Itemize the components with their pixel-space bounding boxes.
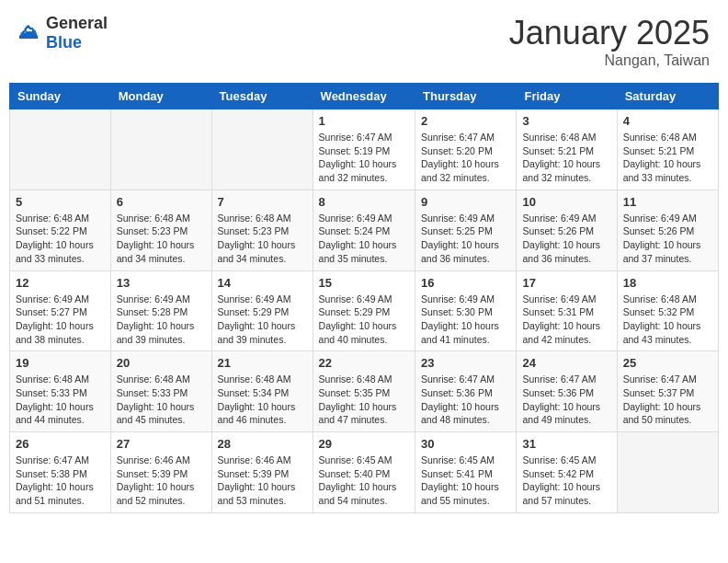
calendar-week-row: 26Sunrise: 6:47 AM Sunset: 5:38 PM Dayli… (10, 432, 719, 513)
day-number: 22 (319, 356, 409, 370)
day-info: Sunrise: 6:48 AM Sunset: 5:22 PM Dayligh… (16, 212, 105, 266)
calendar-cell: 10Sunrise: 6:49 AM Sunset: 5:26 PM Dayli… (517, 190, 617, 270)
day-number: 16 (421, 276, 510, 290)
calendar-cell: 5Sunrise: 6:48 AM Sunset: 5:22 PM Daylig… (10, 190, 111, 270)
calendar-cell: 31Sunrise: 6:45 AM Sunset: 5:42 PM Dayli… (517, 432, 617, 513)
calendar-cell: 20Sunrise: 6:48 AM Sunset: 5:33 PM Dayli… (110, 351, 211, 432)
weekday-header: Thursday (415, 84, 517, 109)
day-number: 19 (16, 356, 105, 370)
calendar-cell: 15Sunrise: 6:49 AM Sunset: 5:29 PM Dayli… (313, 270, 415, 351)
calendar-header-row: SundayMondayTuesdayWednesdayThursdayFrid… (10, 84, 719, 109)
day-info: Sunrise: 6:49 AM Sunset: 5:26 PM Dayligh… (623, 212, 712, 266)
day-number: 13 (117, 276, 206, 290)
day-number: 20 (117, 356, 206, 370)
calendar-cell: 9Sunrise: 6:49 AM Sunset: 5:25 PM Daylig… (415, 190, 517, 270)
day-info: Sunrise: 6:45 AM Sunset: 5:40 PM Dayligh… (319, 454, 409, 508)
day-number: 14 (218, 276, 307, 290)
day-info: Sunrise: 6:48 AM Sunset: 5:23 PM Dayligh… (218, 212, 307, 266)
day-number: 6 (117, 195, 206, 209)
calendar-cell (110, 109, 211, 190)
day-number: 30 (421, 437, 510, 451)
day-number: 28 (218, 437, 307, 451)
day-info: Sunrise: 6:49 AM Sunset: 5:25 PM Dayligh… (421, 212, 510, 266)
calendar-cell: 18Sunrise: 6:48 AM Sunset: 5:32 PM Dayli… (617, 270, 718, 351)
day-number: 12 (16, 276, 105, 290)
logo-general-text: General (46, 14, 108, 32)
day-number: 26 (16, 437, 105, 451)
weekday-header: Tuesday (211, 84, 313, 109)
calendar-cell: 2Sunrise: 6:47 AM Sunset: 5:20 PM Daylig… (415, 109, 517, 190)
calendar-cell: 26Sunrise: 6:47 AM Sunset: 5:38 PM Dayli… (10, 432, 111, 513)
day-number: 18 (623, 276, 712, 290)
weekday-header: Friday (517, 84, 617, 109)
calendar-cell (211, 109, 313, 190)
day-info: Sunrise: 6:49 AM Sunset: 5:24 PM Dayligh… (319, 212, 409, 266)
weekday-header: Saturday (617, 84, 718, 109)
day-info: Sunrise: 6:47 AM Sunset: 5:20 PM Dayligh… (421, 131, 510, 185)
calendar-cell: 30Sunrise: 6:45 AM Sunset: 5:41 PM Dayli… (415, 432, 517, 513)
day-info: Sunrise: 6:49 AM Sunset: 5:29 PM Dayligh… (319, 293, 409, 347)
calendar-cell: 27Sunrise: 6:46 AM Sunset: 5:39 PM Dayli… (110, 432, 211, 513)
calendar-cell: 19Sunrise: 6:48 AM Sunset: 5:33 PM Dayli… (10, 351, 111, 432)
day-info: Sunrise: 6:48 AM Sunset: 5:32 PM Dayligh… (623, 293, 712, 347)
day-info: Sunrise: 6:48 AM Sunset: 5:35 PM Dayligh… (319, 373, 409, 427)
day-number: 5 (16, 195, 105, 209)
page-header: ⛰ General Blue January 2025 Nangan, Taiw… (9, 9, 719, 74)
day-number: 4 (623, 114, 712, 128)
calendar-week-row: 12Sunrise: 6:49 AM Sunset: 5:27 PM Dayli… (10, 270, 719, 351)
day-info: Sunrise: 6:47 AM Sunset: 5:19 PM Dayligh… (319, 131, 409, 185)
day-number: 10 (522, 195, 610, 209)
calendar-table: SundayMondayTuesdayWednesdayThursdayFrid… (9, 83, 719, 513)
day-info: Sunrise: 6:49 AM Sunset: 5:31 PM Dayligh… (522, 293, 610, 347)
day-number: 11 (623, 195, 712, 209)
day-number: 27 (117, 437, 206, 451)
calendar-cell: 24Sunrise: 6:47 AM Sunset: 5:36 PM Dayli… (517, 351, 617, 432)
logo-blue-text: Blue (46, 33, 82, 52)
calendar-cell: 12Sunrise: 6:49 AM Sunset: 5:27 PM Dayli… (10, 270, 111, 351)
day-info: Sunrise: 6:49 AM Sunset: 5:30 PM Dayligh… (421, 293, 510, 347)
calendar-week-row: 5Sunrise: 6:48 AM Sunset: 5:22 PM Daylig… (10, 190, 719, 270)
day-info: Sunrise: 6:48 AM Sunset: 5:34 PM Dayligh… (218, 373, 307, 427)
day-info: Sunrise: 6:49 AM Sunset: 5:28 PM Dayligh… (117, 293, 206, 347)
day-info: Sunrise: 6:46 AM Sunset: 5:39 PM Dayligh… (218, 454, 307, 508)
day-info: Sunrise: 6:48 AM Sunset: 5:33 PM Dayligh… (117, 373, 206, 427)
day-number: 3 (522, 114, 610, 128)
weekday-header: Monday (110, 84, 211, 109)
day-info: Sunrise: 6:48 AM Sunset: 5:21 PM Dayligh… (522, 131, 610, 185)
calendar-cell: 8Sunrise: 6:49 AM Sunset: 5:24 PM Daylig… (313, 190, 415, 270)
weekday-header: Sunday (10, 84, 111, 109)
day-number: 7 (218, 195, 307, 209)
calendar-week-row: 1Sunrise: 6:47 AM Sunset: 5:19 PM Daylig… (10, 109, 719, 190)
calendar-cell: 1Sunrise: 6:47 AM Sunset: 5:19 PM Daylig… (313, 109, 415, 190)
day-number: 15 (319, 276, 409, 290)
calendar-cell: 16Sunrise: 6:49 AM Sunset: 5:30 PM Dayli… (415, 270, 517, 351)
calendar-cell: 22Sunrise: 6:48 AM Sunset: 5:35 PM Dayli… (313, 351, 415, 432)
day-number: 17 (522, 276, 610, 290)
day-info: Sunrise: 6:47 AM Sunset: 5:36 PM Dayligh… (522, 373, 610, 427)
day-number: 24 (522, 356, 610, 370)
calendar-cell: 25Sunrise: 6:47 AM Sunset: 5:37 PM Dayli… (617, 351, 718, 432)
calendar-cell: 4Sunrise: 6:48 AM Sunset: 5:21 PM Daylig… (617, 109, 718, 190)
weekday-header: Wednesday (313, 84, 415, 109)
calendar-cell: 3Sunrise: 6:48 AM Sunset: 5:21 PM Daylig… (517, 109, 617, 190)
day-number: 25 (623, 356, 712, 370)
calendar-cell (10, 109, 111, 190)
calendar-cell (617, 432, 718, 513)
day-info: Sunrise: 6:49 AM Sunset: 5:26 PM Dayligh… (522, 212, 610, 266)
day-info: Sunrise: 6:49 AM Sunset: 5:27 PM Dayligh… (16, 293, 105, 347)
day-number: 8 (319, 195, 409, 209)
day-number: 29 (319, 437, 409, 451)
calendar-cell: 28Sunrise: 6:46 AM Sunset: 5:39 PM Dayli… (211, 432, 313, 513)
month-title: January 2025 (509, 14, 710, 52)
day-info: Sunrise: 6:48 AM Sunset: 5:33 PM Dayligh… (16, 373, 105, 427)
day-number: 21 (218, 356, 307, 370)
calendar-cell: 21Sunrise: 6:48 AM Sunset: 5:34 PM Dayli… (211, 351, 313, 432)
day-info: Sunrise: 6:47 AM Sunset: 5:37 PM Dayligh… (623, 373, 712, 427)
calendar-cell: 23Sunrise: 6:47 AM Sunset: 5:36 PM Dayli… (415, 351, 517, 432)
location-subtitle: Nangan, Taiwan (509, 52, 710, 69)
logo-icon: ⛰ (18, 20, 44, 46)
day-info: Sunrise: 6:47 AM Sunset: 5:36 PM Dayligh… (421, 373, 510, 427)
calendar-cell: 11Sunrise: 6:49 AM Sunset: 5:26 PM Dayli… (617, 190, 718, 270)
calendar-cell: 13Sunrise: 6:49 AM Sunset: 5:28 PM Dayli… (110, 270, 211, 351)
day-info: Sunrise: 6:48 AM Sunset: 5:21 PM Dayligh… (623, 131, 712, 185)
